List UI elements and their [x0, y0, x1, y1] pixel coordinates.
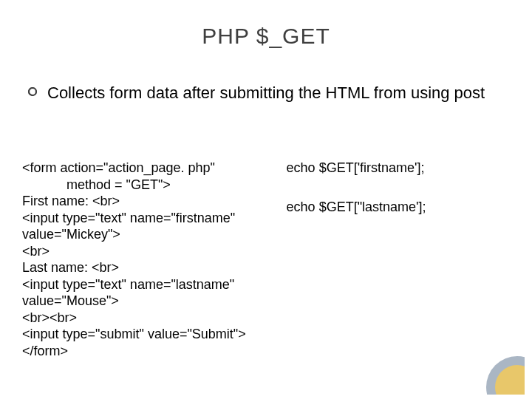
code-line: First name: <br> — [22, 193, 265, 210]
code-line: method = "GET"> — [22, 177, 265, 194]
slide-title: PHP $_GET — [0, 24, 532, 49]
code-line-indented: method = "GET"> — [22, 177, 171, 194]
code-line: <form action="action_page. php" — [22, 160, 265, 177]
code-line: Last name: <br> — [22, 259, 265, 276]
code-line: <input type="text" name="firstname" valu… — [22, 210, 265, 243]
code-line: <br> — [22, 243, 265, 260]
right-code-block: echo $GET['firstname']; echo $GET["lastn… — [287, 160, 510, 384]
code-line: echo $GET['firstname']; — [287, 160, 510, 177]
slide: PHP $_GET Collects form data after submi… — [0, 0, 532, 399]
code-line: echo $GET["lastname']; — [287, 199, 510, 216]
bullet-text: Collects form data after submitting the … — [47, 83, 485, 103]
left-code-block: <form action="action_page. php" method =… — [22, 160, 265, 384]
code-line: <br><br> — [22, 310, 265, 327]
svg-point-0 — [29, 88, 36, 95]
bullet-row: Collects form data after submitting the … — [28, 83, 502, 103]
code-line: <input type="text" name="lastname" value… — [22, 276, 265, 310]
code-line: <input type="submit" value="Submit"> — [22, 326, 265, 343]
code-line: </form> — [22, 343, 265, 360]
content-columns: <form action="action_page. php" method =… — [22, 160, 510, 384]
ring-bullet-icon — [28, 87, 37, 96]
